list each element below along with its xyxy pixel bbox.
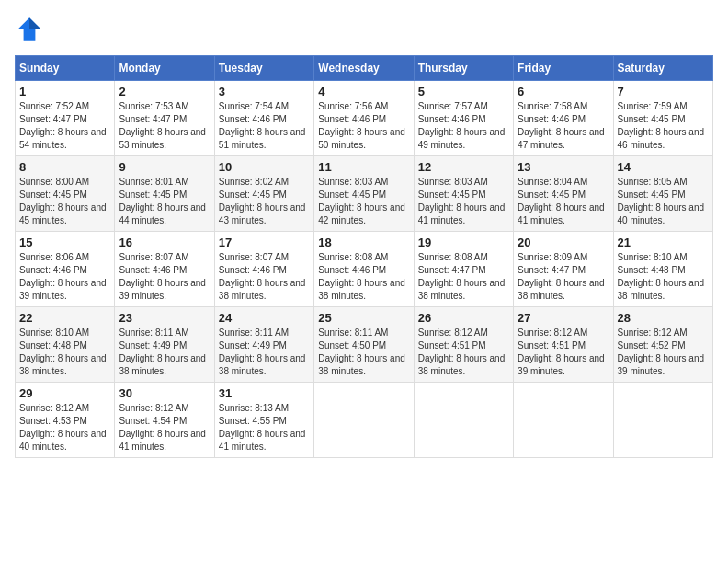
day-number: 8	[19, 160, 110, 174]
day-info: Sunrise: 8:12 AMSunset: 4:52 PMDaylight:…	[618, 327, 709, 378]
day-number: 15	[19, 236, 110, 249]
day-info: Sunrise: 8:12 AMSunset: 4:54 PMDaylight:…	[119, 402, 210, 454]
day-number: 25	[318, 311, 409, 325]
calendar-dow-saturday: Saturday	[613, 56, 712, 81]
calendar-cell: 23Sunrise: 8:11 AMSunset: 4:49 PMDayligh…	[115, 307, 214, 383]
day-info: Sunrise: 8:04 AMSunset: 4:45 PMDaylight:…	[518, 176, 609, 227]
day-number: 23	[119, 311, 210, 325]
calendar-cell: 10Sunrise: 8:02 AMSunset: 4:45 PMDayligh…	[214, 156, 313, 232]
day-info: Sunrise: 8:10 AMSunset: 4:48 PMDaylight:…	[19, 327, 110, 378]
calendar-cell: 11Sunrise: 8:03 AMSunset: 4:45 PMDayligh…	[314, 156, 414, 232]
day-number: 26	[418, 311, 509, 325]
day-number: 22	[19, 311, 110, 325]
day-number: 11	[318, 160, 409, 174]
logo	[15, 15, 48, 44]
day-info: Sunrise: 8:12 AMSunset: 4:51 PMDaylight:…	[418, 327, 509, 378]
day-info: Sunrise: 8:01 AMSunset: 4:45 PMDaylight:…	[119, 176, 210, 227]
day-info: Sunrise: 8:11 AMSunset: 4:49 PMDaylight:…	[119, 327, 210, 378]
day-info: Sunrise: 8:03 AMSunset: 4:45 PMDaylight:…	[318, 176, 409, 227]
calendar-week-row: 8Sunrise: 8:00 AMSunset: 4:45 PMDaylight…	[16, 156, 713, 232]
day-number: 1	[19, 85, 110, 98]
day-info: Sunrise: 8:00 AMSunset: 4:45 PMDaylight:…	[19, 176, 110, 227]
day-number: 3	[219, 85, 310, 98]
calendar-cell: 19Sunrise: 8:08 AMSunset: 4:47 PMDayligh…	[414, 232, 513, 307]
calendar-cell	[613, 383, 712, 458]
calendar-cell: 18Sunrise: 8:08 AMSunset: 4:46 PMDayligh…	[314, 232, 414, 307]
day-info: Sunrise: 8:10 AMSunset: 4:48 PMDaylight:…	[618, 251, 709, 303]
calendar-cell: 17Sunrise: 8:07 AMSunset: 4:46 PMDayligh…	[214, 232, 313, 307]
calendar-cell: 1Sunrise: 7:52 AMSunset: 4:47 PMDaylight…	[16, 81, 115, 156]
calendar-cell: 6Sunrise: 7:58 AMSunset: 4:46 PMDaylight…	[514, 81, 613, 156]
calendar-dow-monday: Monday	[115, 56, 214, 81]
day-number: 27	[518, 311, 609, 325]
day-number: 31	[219, 386, 310, 400]
day-number: 2	[119, 85, 210, 98]
day-number: 14	[618, 160, 709, 174]
day-info: Sunrise: 8:11 AMSunset: 4:50 PMDaylight:…	[318, 327, 409, 378]
calendar-cell: 3Sunrise: 7:54 AMSunset: 4:46 PMDaylight…	[214, 81, 313, 156]
day-info: Sunrise: 8:03 AMSunset: 4:45 PMDaylight:…	[418, 176, 509, 227]
calendar-cell: 22Sunrise: 8:10 AMSunset: 4:48 PMDayligh…	[16, 307, 115, 383]
calendar-cell: 21Sunrise: 8:10 AMSunset: 4:48 PMDayligh…	[613, 232, 712, 307]
calendar-dow-wednesday: Wednesday	[314, 56, 414, 81]
day-number: 29	[19, 386, 110, 400]
day-info: Sunrise: 8:11 AMSunset: 4:49 PMDaylight:…	[219, 327, 310, 378]
calendar-cell: 12Sunrise: 8:03 AMSunset: 4:45 PMDayligh…	[414, 156, 513, 232]
day-info: Sunrise: 7:56 AMSunset: 4:46 PMDaylight:…	[318, 100, 409, 152]
calendar-week-row: 1Sunrise: 7:52 AMSunset: 4:47 PMDaylight…	[16, 81, 713, 156]
day-info: Sunrise: 8:12 AMSunset: 4:51 PMDaylight:…	[518, 327, 609, 378]
calendar-dow-sunday: Sunday	[16, 56, 115, 81]
day-number: 18	[318, 236, 409, 249]
day-number: 13	[518, 160, 609, 174]
calendar-cell: 30Sunrise: 8:12 AMSunset: 4:54 PMDayligh…	[115, 383, 214, 458]
day-info: Sunrise: 8:06 AMSunset: 4:46 PMDaylight:…	[19, 251, 110, 303]
calendar-cell: 27Sunrise: 8:12 AMSunset: 4:51 PMDayligh…	[514, 307, 613, 383]
day-info: Sunrise: 8:13 AMSunset: 4:55 PMDaylight:…	[219, 402, 310, 454]
day-info: Sunrise: 8:12 AMSunset: 4:53 PMDaylight:…	[19, 402, 110, 454]
day-number: 7	[618, 85, 709, 98]
calendar-cell	[514, 383, 613, 458]
calendar-cell: 2Sunrise: 7:53 AMSunset: 4:47 PMDaylight…	[115, 81, 214, 156]
day-number: 17	[219, 236, 310, 249]
calendar-cell: 4Sunrise: 7:56 AMSunset: 4:46 PMDaylight…	[314, 81, 414, 156]
calendar-cell: 7Sunrise: 7:59 AMSunset: 4:45 PMDaylight…	[613, 81, 712, 156]
calendar-header-row: SundayMondayTuesdayWednesdayThursdayFrid…	[16, 56, 713, 81]
calendar-dow-friday: Friday	[514, 56, 613, 81]
day-info: Sunrise: 8:09 AMSunset: 4:47 PMDaylight:…	[518, 251, 609, 303]
day-info: Sunrise: 7:54 AMSunset: 4:46 PMDaylight:…	[219, 100, 310, 152]
day-number: 4	[318, 85, 409, 98]
day-info: Sunrise: 8:05 AMSunset: 4:45 PMDaylight:…	[618, 176, 709, 227]
day-info: Sunrise: 8:08 AMSunset: 4:47 PMDaylight:…	[418, 251, 509, 303]
day-number: 24	[219, 311, 310, 325]
calendar-week-row: 15Sunrise: 8:06 AMSunset: 4:46 PMDayligh…	[16, 232, 713, 307]
day-info: Sunrise: 8:07 AMSunset: 4:46 PMDaylight:…	[119, 251, 210, 303]
calendar-week-row: 29Sunrise: 8:12 AMSunset: 4:53 PMDayligh…	[16, 383, 713, 458]
day-info: Sunrise: 7:58 AMSunset: 4:46 PMDaylight:…	[518, 100, 609, 152]
calendar-cell: 26Sunrise: 8:12 AMSunset: 4:51 PMDayligh…	[414, 307, 513, 383]
day-number: 10	[219, 160, 310, 174]
day-number: 19	[418, 236, 509, 249]
day-number: 16	[119, 236, 210, 249]
calendar-table: SundayMondayTuesdayWednesdayThursdayFrid…	[15, 55, 713, 458]
calendar-cell: 29Sunrise: 8:12 AMSunset: 4:53 PMDayligh…	[16, 383, 115, 458]
day-number: 20	[518, 236, 609, 249]
calendar-cell: 20Sunrise: 8:09 AMSunset: 4:47 PMDayligh…	[514, 232, 613, 307]
calendar-cell: 24Sunrise: 8:11 AMSunset: 4:49 PMDayligh…	[214, 307, 313, 383]
day-info: Sunrise: 7:53 AMSunset: 4:47 PMDaylight:…	[119, 100, 210, 152]
day-number: 5	[418, 85, 509, 98]
calendar-cell: 5Sunrise: 7:57 AMSunset: 4:46 PMDaylight…	[414, 81, 513, 156]
day-number: 12	[418, 160, 509, 174]
day-info: Sunrise: 7:59 AMSunset: 4:45 PMDaylight:…	[618, 100, 709, 152]
day-info: Sunrise: 8:02 AMSunset: 4:45 PMDaylight:…	[219, 176, 310, 227]
day-info: Sunrise: 7:57 AMSunset: 4:46 PMDaylight:…	[418, 100, 509, 152]
calendar-cell: 28Sunrise: 8:12 AMSunset: 4:52 PMDayligh…	[613, 307, 712, 383]
calendar-cell: 9Sunrise: 8:01 AMSunset: 4:45 PMDaylight…	[115, 156, 214, 232]
calendar-cell: 8Sunrise: 8:00 AMSunset: 4:45 PMDaylight…	[16, 156, 115, 232]
calendar-week-row: 22Sunrise: 8:10 AMSunset: 4:48 PMDayligh…	[16, 307, 713, 383]
calendar-cell: 31Sunrise: 8:13 AMSunset: 4:55 PMDayligh…	[214, 383, 313, 458]
logo-icon	[15, 15, 44, 44]
day-number: 30	[119, 386, 210, 400]
day-number: 28	[618, 311, 709, 325]
calendar-cell: 25Sunrise: 8:11 AMSunset: 4:50 PMDayligh…	[314, 307, 414, 383]
calendar-cell: 14Sunrise: 8:05 AMSunset: 4:45 PMDayligh…	[613, 156, 712, 232]
